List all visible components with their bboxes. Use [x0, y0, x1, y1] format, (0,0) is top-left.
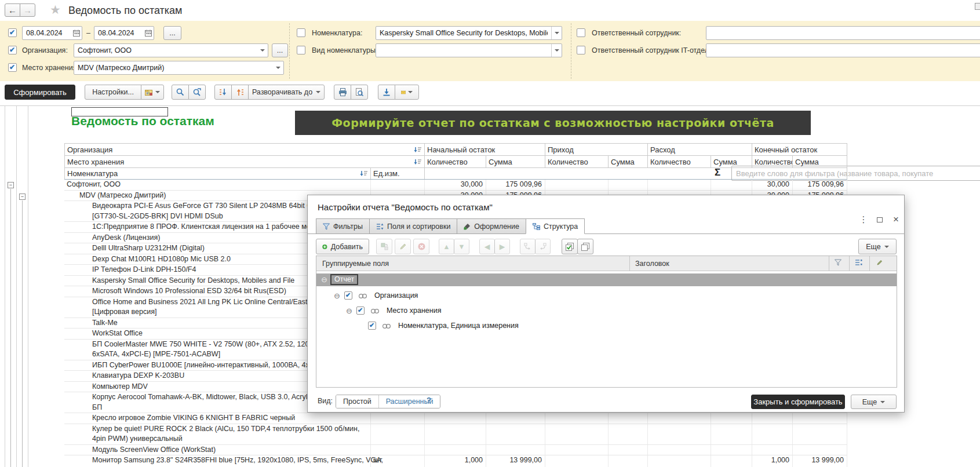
table-row[interactable]: Кресло игровое Zombie VIKING 6 KNIGHT В …	[64, 413, 847, 424]
tab-filters[interactable]: Фильтры	[316, 218, 370, 234]
expand-all-button[interactable]	[214, 85, 232, 100]
back-button[interactable]: ←	[5, 3, 20, 17]
storage-input[interactable]	[74, 64, 273, 72]
tree-node-label[interactable]: Организация	[374, 291, 418, 300]
table-row[interactable]: Модуль ScreenView Office (WorkStat)	[64, 445, 847, 456]
nomenclature-checkbox[interactable]	[297, 28, 305, 37]
check-all-button[interactable]	[562, 239, 578, 254]
calendar-icon[interactable]	[143, 27, 154, 39]
date-to-input[interactable]	[94, 29, 143, 37]
period-checkbox[interactable]	[8, 28, 17, 37]
favorite-star-icon[interactable]: ★	[50, 3, 61, 17]
date-from-field[interactable]	[22, 26, 82, 40]
expand-to-button[interactable]: Разворачивать до	[248, 85, 325, 100]
move-out-button[interactable]	[535, 239, 551, 254]
sort-icon[interactable]	[413, 158, 422, 166]
chevron-down-icon[interactable]	[273, 61, 283, 74]
chevron-down-icon[interactable]	[257, 44, 268, 57]
search-button[interactable]	[172, 85, 189, 100]
move-left-button[interactable]: ◀	[479, 239, 495, 254]
dialog-more-button[interactable]: Еще	[851, 395, 897, 409]
tab-structure[interactable]: Структура	[526, 218, 585, 234]
forward-button[interactable]: →	[20, 3, 35, 17]
column-title[interactable]: Заголовок	[635, 256, 669, 271]
org-more-button[interactable]: ...	[272, 43, 288, 57]
move-into-button[interactable]	[520, 239, 535, 254]
view-simple-button[interactable]: Простой	[336, 395, 379, 408]
uncheck-all-button[interactable]	[577, 239, 593, 254]
print-preview-button[interactable]	[351, 85, 368, 100]
row-value	[545, 180, 609, 190]
tree-node-label[interactable]: Номенклатура, Единица измерения	[398, 322, 519, 330]
date-to-field[interactable]	[94, 26, 154, 40]
org-input[interactable]	[74, 46, 257, 54]
nom-type-input[interactable]	[376, 46, 551, 54]
report-variant-button[interactable]	[141, 85, 164, 100]
structure-tree-row-storage[interactable]: ⊖ Место хранения	[316, 305, 897, 318]
resp-input[interactable]	[706, 26, 980, 40]
window-corner-icon[interactable]	[975, 3, 980, 10]
group-button[interactable]	[376, 239, 392, 254]
settings-button[interactable]: Настройки...	[85, 85, 141, 100]
node-checkbox[interactable]	[344, 291, 352, 300]
add-button[interactable]: Добавить	[316, 239, 369, 254]
generate-button[interactable]: Сформировать	[5, 85, 75, 100]
toolbar-more-button[interactable]: Еще	[858, 239, 897, 254]
collapse-node-icon[interactable]: ⊖	[321, 275, 327, 284]
structure-tree-row-nomenclature[interactable]: Номенклатура, Единица измерения	[316, 320, 897, 333]
close-and-generate-button[interactable]: Закрыть и сформировать	[751, 395, 845, 409]
storage-combo[interactable]	[74, 61, 284, 75]
chevron-down-icon[interactable]	[551, 44, 562, 57]
resp-it-checkbox[interactable]	[577, 46, 585, 54]
nomenclature-input[interactable]	[376, 29, 551, 37]
print-button[interactable]	[334, 85, 351, 100]
edit-button[interactable]	[395, 239, 411, 254]
nom-type-checkbox[interactable]	[297, 46, 305, 54]
filter-column-icon[interactable]	[835, 259, 841, 266]
collapse-node-icon[interactable]: ⊖	[334, 291, 340, 300]
appearance-column-icon[interactable]	[876, 259, 883, 266]
collapse-all-button[interactable]	[231, 85, 249, 100]
table-row[interactable]: Софтонит, ООО30,000175 009,9630,000175 0…	[64, 180, 847, 191]
org-combo[interactable]	[74, 43, 268, 57]
structure-tree-row-report[interactable]: ⊖ Отчет	[316, 273, 897, 286]
row-name-line: Софтонит, ООО	[67, 180, 370, 190]
save-file-button[interactable]	[378, 85, 395, 100]
structure-tree-row-organization[interactable]: ⊖ Организация	[316, 290, 897, 302]
delete-button[interactable]	[413, 239, 429, 254]
tab-fields-sorting[interactable]: Поля и сортировки	[369, 218, 457, 234]
table-row[interactable]: Кулер be quiet! PURE ROCK 2 Black (AlCu,…	[64, 424, 847, 445]
dialog-close-button[interactable]: ×	[890, 214, 902, 225]
nom-type-combo[interactable]	[376, 43, 562, 57]
move-right-button[interactable]: ▶	[494, 239, 510, 254]
node-checkbox[interactable]	[356, 307, 365, 315]
dialog-menu-button[interactable]: ⋮	[857, 214, 870, 225]
tree-node-report[interactable]: Отчет	[330, 274, 358, 285]
collapse-group-button[interactable]: −	[8, 182, 14, 188]
fields-column-icon[interactable]	[855, 259, 862, 266]
move-down-button[interactable]: ▼	[454, 239, 469, 254]
resp-checkbox[interactable]	[577, 28, 585, 37]
collapse-group-button[interactable]: −	[19, 194, 25, 200]
storage-checkbox[interactable]	[8, 63, 17, 72]
nomenclature-combo[interactable]	[376, 26, 562, 40]
help-link[interactable]: ?	[427, 396, 431, 404]
calendar-icon[interactable]	[71, 27, 82, 39]
date-from-input[interactable]	[23, 29, 71, 37]
org-checkbox[interactable]	[8, 46, 17, 54]
sort-icon[interactable]	[359, 170, 368, 177]
tree-node-label[interactable]: Место хранения	[387, 307, 441, 315]
node-checkbox[interactable]	[368, 322, 376, 330]
dialog-maximize-button[interactable]	[873, 214, 886, 225]
chevron-down-icon[interactable]	[551, 27, 562, 39]
sort-icon[interactable]	[413, 146, 422, 154]
search-next-button[interactable]	[188, 85, 206, 100]
table-row[interactable]: Монитор Samsung 23.8" S24R358FHI blue [7…	[64, 455, 847, 467]
send-mail-button[interactable]	[395, 85, 419, 100]
column-grouping-fields[interactable]: Группируемые поля	[322, 256, 389, 271]
resp-it-input[interactable]	[706, 43, 980, 57]
collapse-node-icon[interactable]: ⊖	[346, 307, 352, 315]
tab-appearance[interactable]: Оформление	[457, 218, 526, 234]
move-up-button[interactable]: ▲	[439, 239, 454, 254]
period-more-button[interactable]: ...	[163, 26, 181, 40]
